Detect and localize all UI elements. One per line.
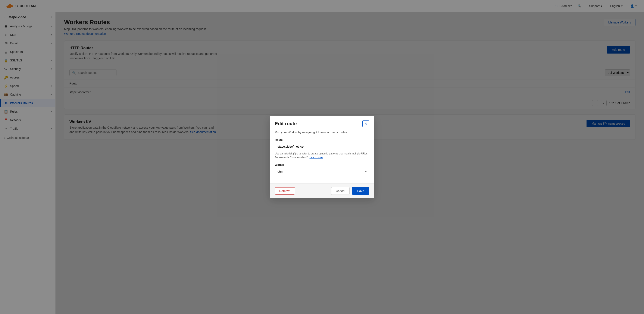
route-hint: Use an asterisk (*) character to create … <box>275 152 369 159</box>
learn-more-link[interactable]: Learn more <box>310 156 323 159</box>
modal-footer: Remove Cancel Save <box>270 183 374 198</box>
edit-route-modal: Edit route ✕ Run your Worker by assignin… <box>270 116 374 198</box>
worker-form-group: Worker gtm metrics-worker analytics ▾ <box>275 163 369 175</box>
modal-title: Edit route <box>275 121 297 127</box>
worker-label: Worker <box>275 163 369 166</box>
route-input[interactable] <box>275 143 369 151</box>
route-form-group: Route Use an asterisk (*) character to c… <box>275 138 369 159</box>
route-label: Route <box>275 138 369 142</box>
worker-select[interactable]: gtm metrics-worker analytics <box>275 168 369 175</box>
cancel-button[interactable]: Cancel <box>331 187 350 195</box>
modal-overlay[interactable]: Edit route ✕ Run your Worker by assignin… <box>0 0 644 314</box>
modal-close-button[interactable]: ✕ <box>362 120 369 127</box>
modal-subtitle: Run your Worker by assigning it to one o… <box>275 131 369 134</box>
save-button[interactable]: Save <box>352 187 369 195</box>
remove-button[interactable]: Remove <box>275 187 295 194</box>
